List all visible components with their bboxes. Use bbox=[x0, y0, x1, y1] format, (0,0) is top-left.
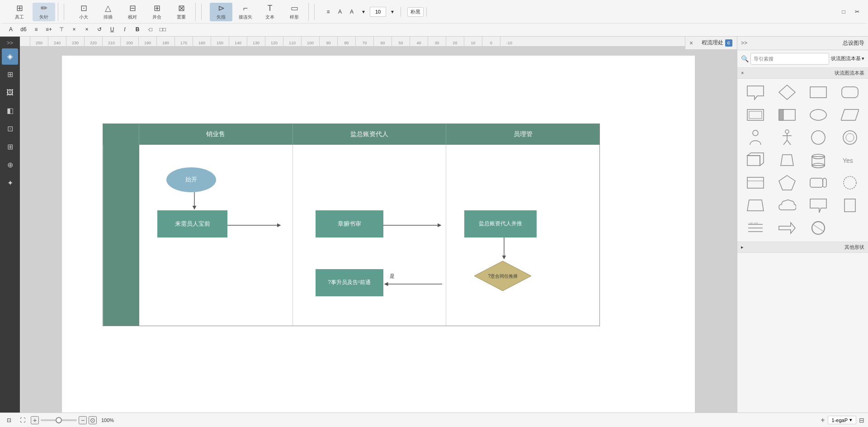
sidebar-item-layers[interactable]: ◧ bbox=[2, 103, 18, 119]
tool-insert[interactable]: △ 排插 bbox=[97, 3, 119, 21]
search-input[interactable] bbox=[750, 53, 829, 65]
shape-pentagon[interactable] bbox=[773, 173, 802, 193]
tool-reset[interactable]: ⊠ 置重 bbox=[170, 3, 193, 21]
flow-rect2[interactable]: 章腑书审 bbox=[316, 210, 383, 237]
sidebar-item-grid[interactable]: ⊞ bbox=[2, 66, 18, 83]
shape-diamond[interactable] bbox=[773, 82, 802, 102]
zoom-in-btn[interactable]: + bbox=[31, 416, 39, 424]
shape-ellipse[interactable] bbox=[804, 105, 833, 125]
shapes-dropdown-btn[interactable]: 状流图流本基 ▾ bbox=[831, 55, 864, 62]
flow-rect1[interactable]: 来需员人宝前 bbox=[157, 210, 227, 237]
shape-figure[interactable] bbox=[773, 128, 802, 147]
font-name-btn[interactable]: 朴黑 bbox=[407, 7, 424, 17]
shape-rect-3d[interactable] bbox=[741, 150, 770, 170]
shape-square[interactable] bbox=[835, 195, 864, 215]
underline-btn[interactable]: U bbox=[107, 24, 118, 34]
shape-parallelogram[interactable] bbox=[835, 105, 864, 125]
shape-trapezoid2[interactable] bbox=[741, 195, 770, 215]
italic-btn[interactable]: I bbox=[119, 24, 130, 34]
sidebar-item-settings[interactable]: ✦ bbox=[2, 175, 18, 191]
page-tab[interactable]: 1-egaP ▾ bbox=[828, 416, 856, 424]
canvas-scroll[interactable]: 销业售 盐总账资代人 员理管 始开 bbox=[20, 47, 737, 413]
font-size-down[interactable]: ▾ bbox=[387, 7, 398, 17]
shape-arrow-right[interactable] bbox=[773, 218, 802, 238]
shape-rect[interactable] bbox=[804, 82, 833, 102]
left-sidebar-expand[interactable]: >> bbox=[2, 38, 18, 47]
shape-cylinder[interactable] bbox=[804, 150, 833, 170]
tool-pointer[interactable]: ✏ 矢针 bbox=[33, 3, 55, 21]
undo-btn[interactable]: ↺ bbox=[94, 24, 105, 34]
tool-text[interactable]: T 文本 bbox=[259, 3, 281, 21]
indent-btn[interactable]: ≡+ bbox=[43, 24, 54, 34]
shapes-section-close[interactable]: × bbox=[741, 70, 744, 76]
text-color-btn[interactable]: A bbox=[5, 24, 16, 34]
sidebar-item-image[interactable]: 🖼 bbox=[2, 85, 18, 101]
tool-shape[interactable]: ▭ 样形 bbox=[283, 3, 306, 21]
fit-view-btn[interactable]: ⊡ bbox=[4, 415, 14, 425]
font-size-dropdown[interactable]: ▾ bbox=[358, 7, 369, 17]
shape-callout[interactable] bbox=[741, 82, 770, 102]
shape-person[interactable] bbox=[741, 128, 770, 147]
tool-cursor[interactable]: ⊳ 矢指 bbox=[210, 3, 232, 21]
shape-circle[interactable] bbox=[804, 128, 833, 147]
paste-btn[interactable]: □ bbox=[838, 7, 849, 17]
superscript-btn[interactable]: × bbox=[81, 24, 92, 34]
cut-btn[interactable]: ✂ bbox=[852, 7, 863, 17]
swimlane-lane-2: 章腑书审 ?事升员及告¹前通 bbox=[293, 145, 447, 326]
fullscreen-btn[interactable]: ⛶ bbox=[17, 415, 28, 425]
bg-color-btn[interactable]: d6 bbox=[18, 24, 29, 34]
shape-rect-rounded[interactable] bbox=[835, 82, 864, 102]
shape-cloud[interactable] bbox=[773, 195, 802, 215]
shape-rect-fill[interactable] bbox=[773, 105, 802, 125]
shapes-section-header: × 状流图流本基 bbox=[737, 68, 868, 79]
shape-rect-b[interactable] bbox=[741, 173, 770, 193]
shape-circle-outline[interactable] bbox=[835, 128, 864, 147]
tool-resize[interactable]: ⊡ 小大 bbox=[72, 3, 95, 21]
shape-lines[interactable]: ...with split bbox=[741, 218, 770, 238]
subscript-btn[interactable]: ⊤ bbox=[56, 24, 67, 34]
canvas-tab-label[interactable]: 程流理处 C bbox=[697, 37, 737, 49]
zoom-out-btn[interactable]: − bbox=[79, 416, 87, 424]
bold-btn[interactable]: B bbox=[132, 24, 143, 34]
toolbar: ⊞ 具工 ✏ 矢针 ⊡ 小大 △ 排插 ⊟ 栈对 ⊞ bbox=[0, 0, 868, 37]
border-btn[interactable]: ·□ bbox=[145, 24, 156, 34]
sidebar-item-plugin[interactable]: ⊕ bbox=[2, 157, 18, 173]
font-style-btn[interactable]: ≡ bbox=[323, 7, 334, 17]
swimlane-diagram[interactable]: 销业售 盐总账资代人 员理管 始开 bbox=[103, 123, 600, 326]
ruler-mark: 20 bbox=[446, 37, 464, 47]
strikethrough-btn[interactable]: × bbox=[69, 24, 80, 34]
tool-group[interactable]: ⊞ 并合 bbox=[146, 3, 168, 21]
sidebar-item-chart[interactable]: ⊡ bbox=[2, 121, 18, 137]
sidebar-item-table[interactable]: ⊞ bbox=[2, 139, 18, 155]
font-size-increase-btn[interactable]: A bbox=[346, 7, 357, 17]
zoom-slider[interactable] bbox=[41, 419, 77, 421]
shape-callout-r[interactable] bbox=[804, 195, 833, 215]
shape-rect-double[interactable] bbox=[741, 105, 770, 125]
font-family-btn[interactable]: A bbox=[335, 7, 345, 17]
tools-icon: ⊞ bbox=[16, 4, 23, 14]
sidebar-item-shapes[interactable]: ◈ bbox=[2, 48, 18, 65]
list-btn[interactable]: ≡ bbox=[31, 24, 42, 34]
tool-tools[interactable]: ⊞ 具工 bbox=[8, 3, 31, 21]
flow-rect4[interactable]: ?事升员及告¹前通 bbox=[316, 269, 383, 296]
section2-expand[interactable]: ▸ bbox=[741, 244, 744, 250]
flow-diamond[interactable]: ?意合同任推择 bbox=[473, 260, 532, 292]
tool-connector[interactable]: ⌐ 接连矢 bbox=[234, 3, 257, 21]
shape-circle2[interactable] bbox=[835, 173, 864, 193]
right-panel-expand-btn[interactable]: >> bbox=[741, 40, 747, 46]
shape-circle3[interactable] bbox=[804, 218, 833, 238]
svg-rect-35 bbox=[823, 178, 826, 187]
add-page-btn[interactable]: + bbox=[821, 416, 825, 424]
shape-yes[interactable]: Yes bbox=[835, 150, 864, 170]
zoom-reset-btn[interactable]: ⊙ bbox=[89, 416, 97, 424]
shape-trapezoid[interactable] bbox=[773, 150, 802, 170]
font-size-input[interactable] bbox=[370, 7, 386, 17]
tool-align[interactable]: ⊟ 栈对 bbox=[121, 3, 144, 21]
ruler-mark: 130 bbox=[247, 37, 265, 47]
canvas-tab-close[interactable]: × bbox=[685, 37, 697, 49]
shape-rounded-r[interactable] bbox=[804, 173, 833, 193]
flow-start[interactable]: 始开 bbox=[166, 167, 216, 192]
flow-rect3[interactable]: 盐总账资代人并推 bbox=[464, 210, 537, 237]
layout-toggle-btn[interactable]: ⊟ bbox=[859, 417, 864, 424]
shadow-btn[interactable]: □□ bbox=[157, 24, 168, 34]
